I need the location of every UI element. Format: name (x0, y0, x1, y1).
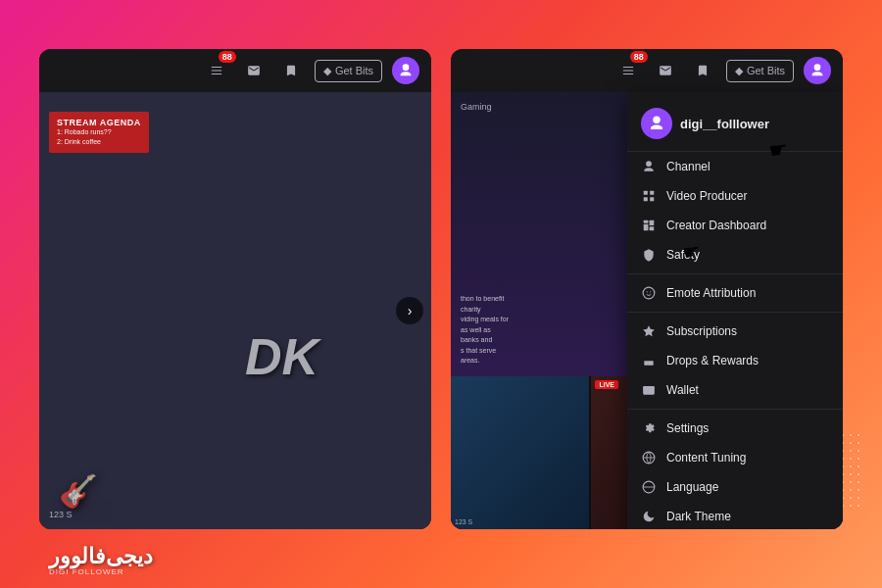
mail-icon[interactable] (240, 57, 268, 84)
right-topbar: 88 ◆ Get Bits (451, 49, 843, 92)
menu-item-language[interactable]: Language (627, 472, 843, 502)
live-badge: LIVE (595, 380, 618, 389)
svg-point-15 (650, 291, 651, 292)
bits-icon: ◆ (323, 65, 331, 77)
emote-attribution-icon (641, 285, 657, 301)
menu-divider-3 (627, 409, 843, 410)
svg-rect-3 (623, 67, 634, 68)
right-notification-icon[interactable]: 88 (614, 57, 642, 84)
logo-english-text: DIGI FOLLOWER (49, 567, 124, 576)
thumbnail-1[interactable]: 123 S (451, 376, 589, 529)
subscriptions-icon (641, 323, 657, 339)
content-tuning-label: Content Tuning (666, 451, 746, 465)
svg-rect-11 (644, 224, 649, 230)
svg-rect-12 (650, 226, 655, 230)
gaming-tag: Gaming (461, 102, 492, 112)
svg-rect-0 (212, 67, 222, 68)
svg-rect-10 (650, 220, 655, 225)
right-bookmark-icon[interactable] (689, 57, 716, 84)
settings-icon (641, 420, 657, 436)
menu-item-channel[interactable]: Channel (627, 152, 843, 181)
notification-icon[interactable]: 88 (203, 57, 230, 84)
wallet-icon (641, 382, 657, 398)
get-bits-button[interactable]: ◆ Get Bits (315, 60, 382, 82)
drops-rewards-icon (641, 353, 657, 368)
user-header: digi__folllower (627, 100, 843, 152)
logo-persian-text: دیجی‌فالوور (49, 546, 153, 567)
language-icon (641, 479, 657, 495)
stream-description: thon to benefitcharityviding meals foras… (461, 294, 509, 367)
right-notification-badge: 88 (630, 51, 648, 63)
dark-theme-label: Dark Theme (666, 510, 731, 523)
video-producer-icon (641, 188, 657, 204)
menu-item-emote-attribution[interactable]: Emote Attribution (627, 278, 843, 308)
game-visual: DK (157, 179, 431, 529)
wallet-label: Wallet (666, 383, 699, 397)
drops-rewards-label: Drops & Rewards (666, 354, 759, 368)
dropdown-menu: digi__folllower Channel Video Producer (627, 92, 843, 529)
channel-icon (641, 159, 657, 174)
menu-item-settings[interactable]: Settings (627, 414, 843, 443)
left-panel: 88 ◆ Get Bits STREAM AGENDA 1: Ro (39, 49, 431, 529)
subscriptions-label: Subscriptions (666, 324, 737, 338)
svg-rect-16 (644, 364, 653, 366)
menu-item-dark-theme[interactable]: Dark Theme (627, 502, 843, 529)
left-content-area: STREAM AGENDA 1: Robado runs?? 2: Drink … (39, 92, 431, 529)
left-score: 123 S (49, 510, 73, 519)
user-avatar (641, 108, 672, 139)
creator-dashboard-icon (641, 218, 657, 233)
monster-art-left: 🎸 (59, 472, 98, 510)
svg-text:DK: DK (245, 328, 322, 385)
bottom-logo: دیجی‌فالوور DIGI FOLLOWER (49, 546, 153, 576)
menu-item-subscriptions[interactable]: Subscriptions (627, 317, 843, 346)
svg-point-14 (647, 291, 648, 292)
bookmark-icon[interactable] (277, 57, 305, 84)
channel-label: Channel (666, 160, 710, 173)
username-label: digi__folllower (680, 117, 769, 131)
svg-rect-9 (644, 220, 649, 223)
menu-divider-1 (627, 273, 843, 274)
svg-rect-4 (623, 74, 634, 74)
stream-agenda-item-2: 2: Drink coffee (57, 137, 141, 147)
left-avatar-button[interactable] (392, 57, 419, 84)
creator-dashboard-label: Creator Dashboard (666, 219, 766, 232)
svg-rect-6 (650, 191, 654, 195)
left-stream-agenda: STREAM AGENDA 1: Robado runs?? 2: Drink … (49, 112, 149, 153)
stream-agenda-title: STREAM AGENDA (57, 118, 141, 127)
svg-rect-7 (644, 197, 648, 201)
right-avatar-button[interactable] (804, 57, 831, 84)
right-mail-icon[interactable] (652, 57, 679, 84)
safety-icon (641, 247, 657, 263)
emote-attribution-label: Emote Attribution (666, 286, 756, 300)
svg-rect-1 (212, 74, 222, 74)
right-bits-icon: ◆ (735, 65, 743, 77)
menu-item-video-producer[interactable]: Video Producer (627, 181, 843, 211)
next-arrow[interactable]: › (396, 297, 423, 324)
svg-rect-8 (650, 197, 654, 201)
settings-label: Settings (666, 421, 709, 435)
menu-item-safety[interactable]: Safety (627, 240, 843, 270)
notification-badge: 88 (219, 51, 236, 63)
menu-divider-2 (627, 312, 843, 313)
menu-item-drops-rewards[interactable]: Drops & Rewards (627, 346, 843, 375)
menu-item-content-tuning[interactable]: Content Tuning (627, 443, 843, 472)
dark-theme-icon (641, 509, 657, 524)
svg-point-13 (643, 287, 655, 299)
safety-label: Safety (666, 248, 700, 262)
left-stream-background: STREAM AGENDA 1: Robado runs?? 2: Drink … (39, 92, 431, 529)
right-get-bits-button[interactable]: ◆ Get Bits (726, 60, 794, 82)
stream-agenda-item-1: 1: Robado runs?? (57, 127, 141, 137)
thumb1-score: 123 S (455, 518, 472, 525)
content-tuning-icon (641, 450, 657, 466)
menu-item-creator-dashboard[interactable]: Creator Dashboard (627, 211, 843, 240)
left-topbar: 88 ◆ Get Bits (39, 49, 431, 92)
video-producer-label: Video Producer (666, 189, 748, 203)
svg-rect-5 (644, 191, 648, 195)
menu-item-wallet[interactable]: Wallet (627, 375, 843, 405)
right-panel: 88 ◆ Get Bits Gaming STREAM AGENDA (451, 49, 843, 529)
main-wrapper: 88 ◆ Get Bits STREAM AGENDA 1: Ro (39, 49, 843, 529)
language-label: Language (666, 480, 718, 494)
